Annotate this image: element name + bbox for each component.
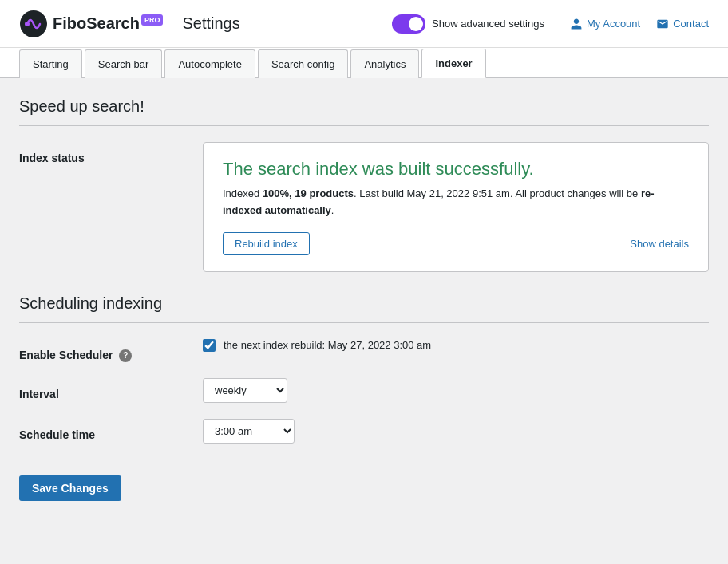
index-status-label: Index status [19, 142, 203, 164]
header: FiboSearchPRO Settings Show advanced set… [0, 0, 728, 48]
schedule-time-select[interactable]: 3:00 am 6:00 am 12:00 am 6:00 pm [203, 419, 295, 444]
interval-control: weekly daily monthly [203, 378, 709, 403]
enable-scheduler-checkbox-wrap: the next index rebuild: May 27, 2022 3:0… [203, 339, 709, 352]
interval-row: Interval weekly daily monthly [19, 378, 709, 403]
scheduling-title: Scheduling indexing [19, 294, 709, 323]
index-actions: Rebuild index Show details [223, 232, 689, 255]
schedule-time-row: Schedule time 3:00 am 6:00 am 12:00 am 6… [19, 419, 709, 444]
enable-scheduler-control: the next index rebuild: May 27, 2022 3:0… [203, 339, 709, 352]
tab-starting[interactable]: Starting [19, 49, 82, 78]
logo: FiboSearchPRO [19, 10, 163, 38]
index-bold1: 100%, 19 products [263, 187, 354, 199]
page-title: Speed up search! [19, 97, 709, 126]
tab-search-bar[interactable]: Search bar [85, 49, 163, 78]
index-status-box: The search index was built successfully.… [203, 142, 709, 272]
mail-icon [656, 18, 669, 30]
next-rebuild-text: the next index rebuild: May 27, 2022 3:0… [224, 339, 431, 351]
footer-actions: Save Changes [0, 459, 728, 520]
svg-point-1 [25, 22, 30, 26]
interval-label: Interval [19, 378, 203, 400]
index-detail-text: Indexed 100%, 19 products. Last build Ma… [223, 186, 689, 219]
schedule-time-control: 3:00 am 6:00 am 12:00 am 6:00 pm [203, 419, 709, 444]
fibosearch-logo-icon [19, 10, 48, 38]
save-changes-button[interactable]: Save Changes [19, 475, 121, 501]
tabs-bar: Starting Search bar Autocomplete Search … [0, 48, 728, 78]
main-content: Speed up search! Index status The search… [0, 78, 728, 444]
index-success-title: The search index was built successfully. [223, 159, 689, 179]
show-details-link[interactable]: Show details [630, 238, 689, 250]
user-icon [570, 18, 583, 30]
enable-scheduler-help-icon[interactable]: ? [119, 349, 132, 362]
enable-scheduler-label: Enable Scheduler ? [19, 339, 203, 362]
scheduling-section: Scheduling indexing Enable Scheduler ? t… [19, 294, 709, 444]
tab-autocomplete[interactable]: Autocomplete [164, 49, 255, 78]
advanced-settings-toggle[interactable] [392, 14, 425, 34]
index-status-row: Index status The search index was built … [19, 142, 709, 272]
contact-link[interactable]: Contact [656, 18, 709, 30]
tab-analytics[interactable]: Analytics [350, 49, 419, 78]
my-account-link[interactable]: My Account [570, 18, 640, 30]
advanced-settings-toggle-wrap: Show advanced settings [392, 14, 544, 34]
enable-scheduler-checkbox[interactable] [203, 339, 216, 352]
rebuild-index-button[interactable]: Rebuild index [223, 232, 310, 255]
interval-select[interactable]: weekly daily monthly [203, 378, 287, 403]
logo-text: FiboSearchPRO [53, 14, 163, 33]
schedule-time-label: Schedule time [19, 419, 203, 441]
tab-search-config[interactable]: Search config [258, 49, 349, 78]
toggle-label: Show advanced settings [432, 18, 544, 30]
settings-title: Settings [182, 14, 239, 33]
tab-indexer[interactable]: Indexer [421, 49, 485, 78]
enable-scheduler-row: Enable Scheduler ? the next index rebuil… [19, 339, 709, 362]
index-status-control: The search index was built successfully.… [203, 142, 709, 272]
header-links: My Account Contact [570, 18, 709, 30]
